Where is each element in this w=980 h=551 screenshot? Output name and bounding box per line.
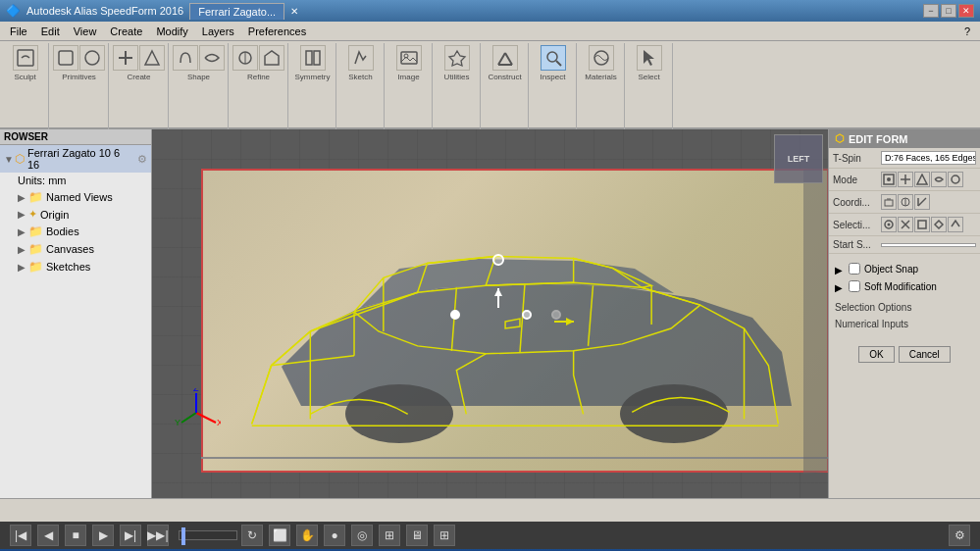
primitives-icon1[interactable] <box>53 45 78 71</box>
grid-icon[interactable]: ⊞ <box>379 525 400 546</box>
status-bar <box>0 498 980 522</box>
starts-value <box>881 243 976 247</box>
expand-arrow[interactable]: ▶ <box>835 265 843 273</box>
mode-label: Mode <box>833 175 877 185</box>
tab-close[interactable]: ✕ <box>290 6 298 17</box>
select-icon[interactable] <box>637 45 662 71</box>
pan-icon[interactable]: ✋ <box>296 525 318 546</box>
expand-icon: ▼ <box>4 154 12 165</box>
play-back-btn[interactable]: ◀ <box>37 525 59 546</box>
sketch-icon[interactable] <box>348 45 374 71</box>
browser-item-canvases[interactable]: ▶ 📁 Canvases <box>14 240 151 258</box>
menu-preferences[interactable]: Preferences <box>242 24 312 39</box>
cube-face-left[interactable]: LEFT <box>774 134 823 183</box>
restore-button[interactable]: □ <box>941 4 956 18</box>
handle-arrow-up[interactable] <box>492 288 504 310</box>
handle-left[interactable] <box>450 310 460 320</box>
sel-btn-1[interactable] <box>881 217 897 232</box>
numerical-label: Numerical Inputs <box>829 316 980 332</box>
materials-icon[interactable] <box>589 45 614 71</box>
mode-btn-1[interactable] <box>881 172 897 187</box>
menu-create[interactable]: Create <box>104 24 148 39</box>
sel-btn-5[interactable] <box>948 217 963 232</box>
expand-arrow2[interactable]: ▶ <box>835 282 843 290</box>
zoom-icon[interactable]: ◎ <box>351 525 373 546</box>
sidebar: ROWSER ▼ ⬡ Ferrari Zagato 10 6 16 ⚙ Unit… <box>0 129 152 498</box>
browser-item-sketches[interactable]: ▶ 📁 Sketches <box>14 258 151 276</box>
orbit-icon[interactable]: ● <box>324 525 345 546</box>
expand-icon2: ▶ <box>18 192 26 203</box>
coord-btn-3[interactable] <box>914 194 930 210</box>
mode-btn-2[interactable] <box>898 172 913 187</box>
construct-icon[interactable] <box>492 45 518 71</box>
svg-line-16 <box>556 61 561 66</box>
svg-rect-1 <box>59 51 73 65</box>
primitives-icon2[interactable] <box>79 45 105 71</box>
sel-btn-3[interactable] <box>914 217 930 232</box>
browser-item-root[interactable]: ▼ ⬡ Ferrari Zagato 10 6 16 ⚙ <box>0 145 151 173</box>
toolbar-image: Image <box>386 43 433 129</box>
create-icon2[interactable] <box>139 45 165 71</box>
minimize-button[interactable]: − <box>923 4 939 18</box>
coord-btn-1[interactable] <box>881 194 897 210</box>
end-btn[interactable]: ▶▶| <box>147 525 169 546</box>
shape-icon1[interactable] <box>173 45 198 71</box>
monitor-icon[interactable]: 🖥 <box>406 525 428 546</box>
prev-frame-btn[interactable]: |◀ <box>10 525 31 546</box>
create-icon1[interactable] <box>113 45 138 71</box>
svg-line-23 <box>642 287 700 305</box>
browser-item-bodies[interactable]: ▶ 📁 Bodies <box>14 223 151 240</box>
mode-btn-4[interactable] <box>931 172 947 187</box>
frame-icon[interactable]: ⬜ <box>269 525 290 546</box>
inspect-icon[interactable] <box>541 45 566 71</box>
object-snap-checkbox[interactable] <box>849 263 860 275</box>
rotate-icon[interactable]: ↻ <box>241 525 263 546</box>
image-icon[interactable] <box>396 45 422 71</box>
sculpt-icon[interactable] <box>13 45 38 71</box>
menu-view[interactable]: View <box>68 24 103 39</box>
component-icon: ⬡ <box>15 152 25 166</box>
utilities-icon[interactable] <box>444 45 470 71</box>
handle-right2[interactable] <box>551 310 561 320</box>
sel-btn-4[interactable] <box>931 217 947 232</box>
menu-edit[interactable]: Edit <box>35 24 66 39</box>
svg-marker-48 <box>917 175 927 184</box>
close-button[interactable]: ✕ <box>958 4 974 18</box>
handle-top[interactable] <box>492 254 504 266</box>
ok-button[interactable]: OK <box>858 346 894 363</box>
menu-layers[interactable]: Layers <box>196 24 240 39</box>
symmetry-icon[interactable] <box>300 45 326 71</box>
layout-icon[interactable]: ⊞ <box>434 525 455 546</box>
browser-item-named-views[interactable]: ▶ 📁 Named Views <box>14 188 151 206</box>
browser-item-origin[interactable]: ▶ ✦ Origin <box>14 206 151 223</box>
tab-text[interactable]: Ferrari Zagato... <box>189 3 284 20</box>
origin-label: Origin <box>40 209 69 221</box>
settings-icon[interactable]: ⚙ <box>137 153 147 166</box>
folder-icon3: 📁 <box>28 242 43 256</box>
timeline-bar[interactable] <box>179 530 237 540</box>
next-frame-btn[interactable]: ▶| <box>120 525 141 546</box>
nav-cube[interactable]: LEFT <box>774 134 823 183</box>
handle-center[interactable] <box>522 310 532 320</box>
menu-file[interactable]: File <box>4 24 33 39</box>
settings-icon2[interactable]: ⚙ <box>949 525 970 546</box>
mode-btn-5[interactable] <box>948 172 963 187</box>
shape-icon2[interactable] <box>199 45 225 71</box>
shape-label: Shape <box>187 73 210 81</box>
viewport-controls: ↻ ⬜ ✋ ● ◎ ⊞ 🖥 ⊞ <box>241 525 455 546</box>
cancel-button[interactable]: Cancel <box>899 346 951 363</box>
soft-mod-checkbox[interactable] <box>849 280 860 292</box>
viewport[interactable]: LEFT X Y Z <box>152 129 828 498</box>
stop-btn[interactable]: ■ <box>65 525 86 546</box>
menu-help[interactable]: ? <box>958 24 976 39</box>
mode-btn-3[interactable] <box>914 172 930 187</box>
browser-item-units: Units: mm <box>14 173 151 188</box>
play-btn[interactable]: ▶ <box>92 525 114 546</box>
svg-line-13 <box>505 53 512 65</box>
menu-modify[interactable]: Modify <box>150 24 193 39</box>
coord-btn-2[interactable] <box>898 194 913 210</box>
sel-btn-2[interactable] <box>898 217 913 232</box>
refine-icon2[interactable] <box>259 45 284 71</box>
root-item-label: Ferrari Zagato 10 6 16 <box>27 147 134 171</box>
refine-icon1[interactable] <box>232 45 258 71</box>
